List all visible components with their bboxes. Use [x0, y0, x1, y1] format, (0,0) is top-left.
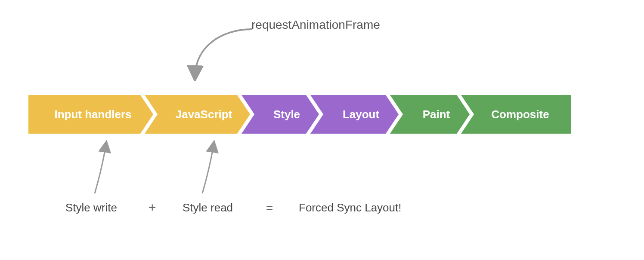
- stage-style-label: Style: [273, 108, 300, 121]
- raf-label: requestAnimationFrame: [251, 18, 380, 32]
- stage-layout-label: Layout: [343, 108, 379, 121]
- style-write-arrow-icon: [86, 140, 121, 196]
- stage-style: Style: [242, 95, 319, 134]
- equals-symbol: =: [266, 201, 273, 215]
- rendering-pipeline: Input handlers JavaScript Style Layout P…: [28, 95, 571, 134]
- stage-layout: Layout: [310, 95, 399, 134]
- style-read-arrow-icon: [194, 140, 228, 196]
- fsl-equation: Style write + Style read = Forced Sync L…: [0, 201, 644, 218]
- stage-input-handlers: Input handlers: [28, 95, 153, 134]
- style-read-label: Style read: [183, 201, 233, 214]
- raf-arrow-icon: [187, 21, 256, 81]
- stage-paint: Paint: [390, 95, 470, 134]
- stage-input-handlers-label: Input handlers: [54, 108, 131, 121]
- stage-javascript-label: JavaScript: [176, 108, 232, 121]
- forced-sync-layout-label: Forced Sync Layout!: [299, 201, 401, 214]
- stage-paint-label: Paint: [423, 108, 450, 121]
- stage-composite: Composite: [461, 95, 571, 134]
- stage-javascript: JavaScript: [145, 95, 250, 134]
- plus-symbol: +: [149, 200, 156, 215]
- frame-lifecycle-diagram: requestAnimationFrame Input handlers Jav…: [0, 0, 644, 260]
- stage-composite-label: Composite: [491, 108, 549, 121]
- style-write-label: Style write: [65, 201, 117, 214]
